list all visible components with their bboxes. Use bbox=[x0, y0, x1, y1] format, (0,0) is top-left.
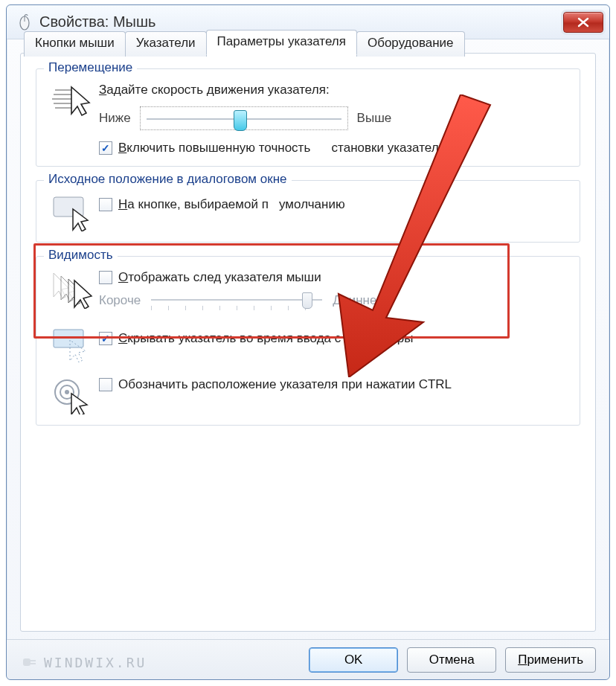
group-visibility-legend: Видимость bbox=[44, 248, 118, 263]
svg-point-11 bbox=[65, 390, 69, 394]
ctrl-locate-icon bbox=[52, 377, 94, 414]
mouse-icon bbox=[16, 13, 33, 31]
svg-rect-14 bbox=[31, 660, 36, 661]
plug-icon bbox=[22, 654, 38, 670]
apply-button[interactable]: Применить bbox=[505, 647, 596, 673]
group-snap-to: Исходное положение в диалоговом окне bbox=[36, 180, 580, 243]
group-motion: Перемещение bbox=[36, 68, 580, 167]
tab-body: Перемещение bbox=[21, 58, 595, 631]
close-icon bbox=[577, 17, 589, 28]
group-snap-legend: Исходное положение в диалоговом окне bbox=[44, 172, 292, 187]
tab-panel: Кнопки мыши Указатели Параметры указател… bbox=[20, 53, 596, 632]
tab-buttons[interactable]: Кнопки мыши bbox=[24, 31, 126, 57]
trail-short-label: Короче bbox=[99, 293, 141, 308]
hide-while-typing-checkbox[interactable] bbox=[99, 332, 112, 345]
group-visibility: Видимость bbox=[36, 256, 580, 426]
slider-slow-label: Ниже bbox=[99, 111, 131, 126]
group-motion-legend: Перемещение bbox=[44, 60, 137, 75]
pointer-speed-slider[interactable] bbox=[140, 106, 348, 130]
hide-while-typing-label: Скрывать указатель во время ввода с клав… bbox=[118, 331, 414, 346]
snap-to-checkbox[interactable] bbox=[99, 198, 112, 211]
slider-fast-label: Выше bbox=[357, 111, 392, 126]
tab-strip: Кнопки мыши Указатели Параметры указател… bbox=[24, 31, 592, 57]
dialog-window: Свойства: Мышь Кнопки мыши Указатели Пар… bbox=[6, 4, 610, 680]
hide-while-typing-icon bbox=[52, 328, 94, 362]
enhance-precision-checkbox[interactable] bbox=[99, 141, 112, 155]
tab-pointer-options[interactable]: Параметры указателя bbox=[206, 30, 357, 55]
close-button[interactable] bbox=[563, 12, 603, 33]
svg-rect-8 bbox=[54, 330, 83, 347]
enhance-precision-label: Включить повышенную точность становки ук… bbox=[118, 141, 446, 156]
watermark: WINDWIX.RU bbox=[22, 654, 147, 670]
ok-button[interactable]: OK bbox=[309, 647, 398, 673]
trail-long-label: Длиннее bbox=[333, 293, 384, 308]
pointer-speed-icon bbox=[52, 84, 94, 118]
ctrl-locate-checkbox[interactable] bbox=[99, 378, 112, 391]
pointer-trail-checkbox[interactable] bbox=[99, 271, 112, 284]
snap-to-icon bbox=[52, 196, 94, 231]
ctrl-locate-label: Обозначить расположение указателя при на… bbox=[118, 377, 452, 392]
watermark-text: WINDWIX.RU bbox=[44, 655, 147, 670]
cancel-button[interactable]: Отмена bbox=[407, 647, 496, 673]
tab-pointers[interactable]: Указатели bbox=[125, 31, 207, 57]
pointer-speed-label: Задайте скорость движения указателя: bbox=[99, 83, 569, 97]
svg-rect-15 bbox=[31, 663, 36, 664]
dialog-button-bar: WINDWIX.RU OK Отмена Применить bbox=[7, 639, 609, 679]
tab-hardware[interactable]: Оборудование bbox=[356, 31, 465, 57]
window-title: Свойства: Мышь bbox=[39, 13, 563, 31]
pointer-trail-slider[interactable] bbox=[151, 291, 322, 310]
pointer-trail-label: Отображать след указателя мыши bbox=[118, 270, 321, 285]
snap-to-label: На кнопке, выбираемой п умолчанию bbox=[118, 197, 345, 212]
pointer-trail-icon bbox=[51, 272, 95, 309]
svg-rect-13 bbox=[23, 658, 31, 666]
